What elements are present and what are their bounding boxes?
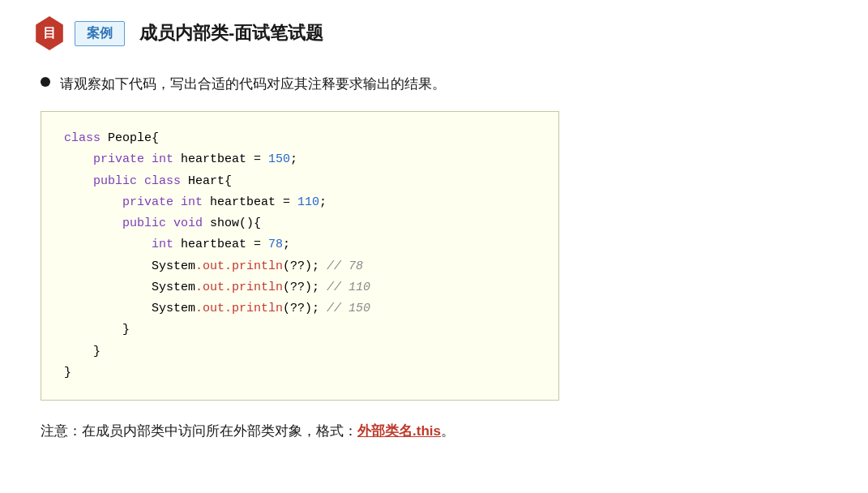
code-line-3: public class Heart{: [64, 171, 536, 192]
page-title: 成员内部类-面试笔试题: [139, 21, 323, 45]
badge-label: 案例: [75, 21, 125, 46]
note-highlight: 外部类名.this: [357, 423, 441, 439]
code-line-10: }: [64, 319, 536, 341]
note-section: 注意：在成员内部类中访问所在外部类对象，格式：外部类名.this。: [32, 420, 836, 444]
code-line-8: System.out.println(??); // 110: [64, 277, 536, 298]
note-prefix: 注意：在成员内部类中访问所在外部类对象，格式：: [41, 423, 357, 439]
code-line-9: System.out.println(??); // 150: [64, 298, 536, 319]
code-line-5: public void show(){: [64, 213, 536, 234]
code-line-4: private int heartbeat = 110;: [64, 192, 536, 213]
note-suffix: 。: [441, 423, 455, 439]
code-line-7: System.out.println(??); // 78: [64, 256, 536, 277]
code-line-2: private int heartbeat = 150;: [64, 149, 536, 170]
icon-hexagon: 目: [32, 16, 66, 50]
code-line-11: }: [64, 341, 536, 362]
bullet-dot: [41, 77, 50, 87]
code-line-1: class People{: [64, 128, 536, 149]
header: 目 案例 成员内部类-面试笔试题: [32, 16, 836, 50]
page-container: 目 案例 成员内部类-面试笔试题 请观察如下代码，写出合适的代码对应其注释要求输…: [0, 0, 868, 493]
code-line-12: }: [64, 362, 536, 384]
bullet-section: 请观察如下代码，写出合适的代码对应其注释要求输出的结果。: [32, 73, 836, 95]
bullet-text: 请观察如下代码，写出合适的代码对应其注释要求输出的结果。: [60, 73, 446, 95]
code-line-6: int heartbeat = 78;: [64, 234, 536, 255]
icon-symbol: 目: [43, 25, 56, 42]
code-block: class People{ private int heartbeat = 15…: [41, 111, 559, 401]
